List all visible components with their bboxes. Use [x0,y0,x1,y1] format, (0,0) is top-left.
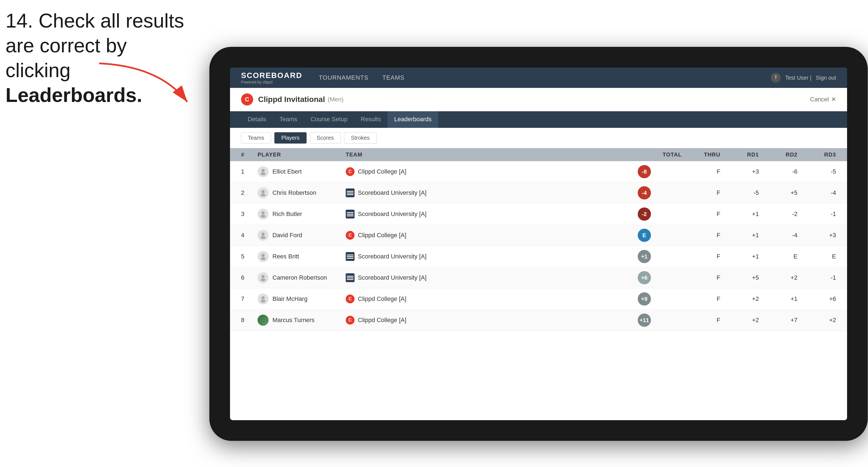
sign-out-link[interactable]: Sign out [816,75,836,81]
tab-course-setup[interactable]: Course Setup [304,111,354,128]
team-name-7: Clippd College [A] [358,295,406,303]
line3 [347,258,353,259]
thru-4: F [682,232,720,239]
tab-teams[interactable]: Teams [273,111,304,128]
team-name-4: Clippd College [A] [358,232,406,239]
team-logo-3 [346,210,354,218]
svg-point-2 [260,173,266,175]
cancel-button[interactable]: Cancel ✕ [810,96,836,103]
avatar-6 [257,272,269,283]
col-total: TOTAL [638,152,682,158]
table-row: 5 Rees Britt Scoreboard U [230,246,847,267]
thru-5: F [682,253,720,260]
tournament-name: Clippd Invitational [258,95,325,104]
rd2-3: -2 [759,211,798,218]
team-logo-8: C [346,316,354,324]
tournament-header: C Clippd Invitational (Men) Cancel ✕ [230,88,847,111]
rank-5: 5 [241,253,257,260]
rd1-8: +2 [720,317,759,324]
rd3-8: +2 [798,317,836,324]
rank-6: 6 [241,274,257,281]
player-name-7: Blair McHarg [273,295,307,303]
team-logo-lines-3 [346,211,354,218]
col-rd3: RD3 [798,152,836,158]
player-cell-5: Rees Britt [257,251,346,262]
filter-scores-button[interactable]: Scores [310,132,341,144]
player-name-3: Rich Butler [273,211,302,218]
rd1-4: +1 [720,232,759,239]
tab-leaderboards[interactable]: Leaderboards [388,111,438,128]
svg-point-4 [260,194,266,196]
team-logo-lines-5 [346,253,354,260]
score-badge-2: -4 [638,186,651,199]
team-name-2: Scoreboard University [A] [358,189,427,196]
filter-teams-button[interactable]: Teams [241,132,271,144]
table-row: 1 Elliot Ebert C Clippd College [A] -8 F… [230,161,847,182]
svg-point-5 [261,211,265,215]
line1 [347,255,353,255]
filter-strokes-button[interactable]: Strokes [344,132,377,144]
rank-1: 1 [241,168,257,175]
rd1-1: +3 [720,168,759,175]
svg-point-6 [260,215,266,218]
col-rd2: RD2 [759,152,798,158]
total-3: -2 [638,208,682,221]
total-1: -8 [638,165,682,178]
nav-teams[interactable]: TEAMS [382,74,405,81]
cancel-label: Cancel [810,96,829,103]
thru-1: F [682,168,720,175]
table-header: # PLAYER TEAM TOTAL THRU RD1 RD2 RD3 [230,148,847,161]
table-row: 4 David Ford C Clippd College [A] E F +1… [230,225,847,246]
svg-point-11 [261,275,265,278]
total-8: +11 [638,314,682,327]
nav-tournaments[interactable]: TOURNAMENTS [319,74,369,81]
team-logo-lines-2 [346,190,354,196]
col-team: TEAM [346,152,638,158]
thru-6: F [682,274,720,281]
score-badge-7: +9 [638,292,651,306]
user-name: Test User | [785,75,811,81]
team-logo-2 [346,188,354,197]
player-cell-4: David Ford [257,230,346,241]
logo-text: SCOREBOARD [241,71,302,80]
logo-area: SCOREBOARD Powered by clippd [241,71,302,84]
svg-point-3 [261,190,265,193]
team-logo-6 [346,273,354,282]
table-row: 8 Marcus Turners C Clippd College [A] +1… [230,310,847,331]
svg-point-13 [261,296,265,300]
rd3-3: -1 [798,211,836,218]
team-logo-1: C [346,167,354,176]
svg-point-12 [260,279,266,281]
team-logo-5 [346,252,354,261]
tablet-screen: SCOREBOARD Powered by clippd TOURNAMENTS… [230,67,847,420]
avatar-7 [257,293,269,305]
line1 [347,276,353,277]
rd1-5: +1 [720,253,759,260]
rd2-6: +2 [759,274,798,281]
tab-results[interactable]: Results [354,111,388,128]
score-badge-6: +6 [638,271,651,284]
avatar-8 [257,315,269,326]
user-area: T Test User | Sign out [771,73,836,83]
avatar-3 [257,209,269,220]
player-name-4: David Ford [273,232,302,239]
total-7: +9 [638,292,682,306]
team-cell-3: Scoreboard University [A] [346,210,638,218]
total-5: +1 [638,250,682,263]
rank-4: 4 [241,232,257,239]
line2 [347,256,353,257]
player-cell-2: Chris Robertson [257,187,346,198]
tab-details[interactable]: Details [241,111,273,128]
tournament-type: (Men) [328,96,343,103]
close-icon: ✕ [831,96,836,103]
team-logo-lines-6 [346,274,354,281]
team-cell-2: Scoreboard University [A] [346,188,638,197]
rd2-4: -4 [759,232,798,239]
rd2-7: +1 [759,295,798,303]
rank-7: 7 [241,295,257,303]
filter-row: Teams Players Scores Strokes [230,128,847,148]
team-name-6: Scoreboard University [A] [358,274,427,281]
svg-point-14 [260,300,266,303]
filter-players-button[interactable]: Players [274,132,307,144]
player-cell-6: Cameron Robertson [257,272,346,283]
